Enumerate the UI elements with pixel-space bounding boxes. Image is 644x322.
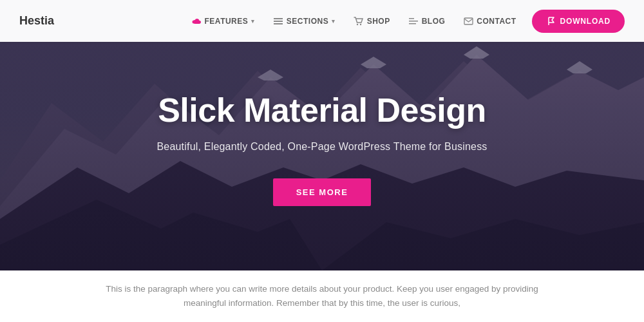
- download-button[interactable]: DOWNLOAD: [532, 10, 625, 33]
- nav-links: FEATURES ▾ SECTIONS ▾: [184, 10, 625, 33]
- lines-icon: [408, 16, 419, 26]
- nav-item-blog[interactable]: BLOG: [401, 11, 453, 32]
- list-icon: [273, 16, 283, 26]
- nav-item-shop[interactable]: SHOP: [346, 11, 398, 32]
- flag-icon: [546, 16, 556, 26]
- download-label: DOWNLOAD: [560, 17, 611, 26]
- svg-rect-16: [409, 18, 414, 19]
- nav-item-features[interactable]: FEATURES ▾: [184, 11, 263, 32]
- bottom-section: This is the paragraph where you can writ…: [0, 270, 644, 322]
- svg-rect-19: [464, 18, 473, 24]
- svg-rect-18: [409, 23, 416, 24]
- svg-rect-11: [274, 18, 283, 19]
- sections-label: SECTIONS: [287, 17, 328, 26]
- features-label: FEATURES: [205, 17, 249, 26]
- svg-rect-17: [409, 21, 418, 22]
- navbar: Hestia FEATURES ▾ SECTIONS: [0, 0, 644, 42]
- bottom-paragraph: This is the paragraph where you can writ…: [97, 282, 547, 310]
- sections-chevron: ▾: [332, 18, 336, 24]
- features-chevron: ▾: [251, 18, 255, 24]
- hero-title: Slick Material Design: [158, 91, 486, 129]
- cloud-icon: [191, 16, 202, 26]
- nav-item-sections[interactable]: SECTIONS ▾: [265, 11, 343, 32]
- svg-rect-13: [274, 23, 283, 24]
- envelope-icon: [463, 16, 473, 26]
- hero-subtitle: Beautiful, Elegantly Coded, One-Page Wor…: [156, 141, 487, 153]
- svg-point-10: [192, 20, 195, 23]
- shop-label: SHOP: [367, 17, 390, 26]
- nav-item-contact[interactable]: CONTACT: [455, 11, 524, 32]
- brand-name[interactable]: Hestia: [19, 14, 54, 28]
- see-more-button[interactable]: SEE MORE: [273, 178, 372, 206]
- svg-point-15: [359, 23, 361, 24]
- svg-point-14: [356, 23, 357, 24]
- svg-rect-12: [274, 21, 283, 22]
- contact-label: CONTACT: [477, 17, 516, 26]
- cart-icon: [354, 16, 364, 26]
- blog-label: BLOG: [422, 17, 446, 26]
